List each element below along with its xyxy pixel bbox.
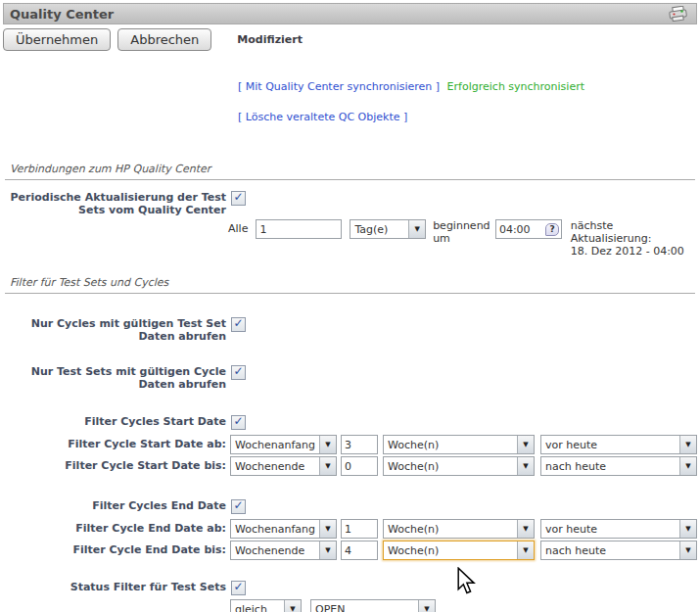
periodic-update-checkbox[interactable]: ✓ xyxy=(231,191,246,206)
end-date-to-row: Filter Cycle End Date bis: Wochenende ▼ … xyxy=(3,541,697,560)
end-from-unit-select[interactable]: Woche(n) ▼ xyxy=(383,519,535,539)
chevron-down-icon: ▼ xyxy=(284,600,301,612)
chevron-down-icon: ▼ xyxy=(679,520,696,538)
printer-icon[interactable] xyxy=(668,6,688,22)
start-from-anchor-select[interactable]: Wochenanfang ▼ xyxy=(230,435,337,454)
apply-button[interactable]: Übernehmen xyxy=(3,28,111,51)
check-icon: ✓ xyxy=(233,318,243,329)
fetch-testsets-label: Nur Test Sets mit gültigen Cycle Daten a… xyxy=(3,365,226,391)
start-to-unit-select[interactable]: Woche(n) ▼ xyxy=(383,456,535,476)
section-connections-title: Verbindungen zum HP Quality Center xyxy=(5,163,695,180)
fetch-option-row: Nur Cycles mit gültigen Test Set Daten a… xyxy=(3,317,697,343)
chevron-down-icon: ▼ xyxy=(679,436,696,453)
start-date-from-row: Filter Cycle Start Date ab: Wochenanfang… xyxy=(3,435,697,454)
end-from-amount-input[interactable] xyxy=(341,519,378,539)
start-from-amount-input[interactable] xyxy=(341,435,378,454)
next-update-label: nächste Aktualisierung: xyxy=(571,219,652,245)
interval-unit-select[interactable]: Tag(e) ▼ xyxy=(350,219,426,239)
sync-row: [ Mit Quality Center synchronisieren ] E… xyxy=(238,80,697,93)
sync-link[interactable]: [ Mit Quality Center synchronisieren ] xyxy=(238,80,440,93)
end-to-anchor-select[interactable]: Wochenende ▼ xyxy=(230,541,337,560)
start-to-relation-select[interactable]: nach heute ▼ xyxy=(540,456,697,476)
status-filter-checkbox[interactable]: ✓ xyxy=(231,581,246,595)
start-date-from-label: Filter Cycle Start Date ab: xyxy=(3,435,226,454)
status-value-select[interactable]: OPEN ▼ xyxy=(310,599,436,612)
next-update-value: 18. Dez 2012 - 04:00 xyxy=(571,245,684,258)
start-to-anchor-select[interactable]: Wochenende ▼ xyxy=(230,456,337,476)
every-label: Alle xyxy=(228,219,253,239)
fetch-testsets-checkbox[interactable]: ✓ xyxy=(231,365,246,380)
chevron-down-icon: ▼ xyxy=(679,541,696,559)
fetch-cycles-label: Nur Cycles mit gültigen Test Set Daten a… xyxy=(3,317,226,343)
status-operator-select[interactable]: gleich ▼ xyxy=(230,599,302,612)
status-filter-controls: gleich ▼ OPEN ▼ xyxy=(3,599,697,612)
status-filter-label: Status Filter für Test Sets xyxy=(3,581,226,593)
chevron-down-icon: ▼ xyxy=(319,436,336,453)
chevron-down-icon: ▼ xyxy=(679,457,696,475)
chevron-down-icon: ▼ xyxy=(517,457,534,475)
start-date-to-row: Filter Cycle Start Date bis: Wochenende … xyxy=(3,456,697,476)
end-to-amount-input[interactable] xyxy=(341,541,378,560)
end-date-to-label: Filter Cycle End Date bis: xyxy=(3,541,226,560)
chevron-down-icon: ▼ xyxy=(517,520,534,538)
end-date-toggle-label: Filter Cycles End Date xyxy=(3,499,226,512)
chevron-down-icon: ▼ xyxy=(517,541,534,559)
fetch-cycles-checkbox[interactable]: ✓ xyxy=(231,317,246,332)
start-time-value: 04:00 xyxy=(499,223,531,236)
end-to-relation-select[interactable]: nach heute ▼ xyxy=(540,541,697,560)
start-date-to-label: Filter Cycle Start Date bis: xyxy=(3,456,226,476)
start-time-field[interactable]: 04:00 ? xyxy=(495,219,562,239)
start-date-toggle-row: Filter Cycles Start Date ✓ xyxy=(3,415,697,430)
chevron-down-icon: ▼ xyxy=(319,457,336,475)
periodic-update-label: Periodische Aktualisierung der Test Sets… xyxy=(3,191,226,216)
end-from-relation-select[interactable]: vor heute ▼ xyxy=(540,519,697,539)
start-to-amount-input[interactable] xyxy=(341,456,378,476)
start-date-checkbox[interactable]: ✓ xyxy=(231,415,246,430)
end-date-from-row: Filter Cycle End Date ab: Wochenanfang ▼… xyxy=(3,519,697,539)
end-date-from-label: Filter Cycle End Date ab: xyxy=(3,519,226,539)
end-date-toggle-row: Filter Cycles End Date ✓ xyxy=(3,499,697,514)
chevron-down-icon: ▼ xyxy=(517,436,534,453)
end-from-anchor-select[interactable]: Wochenanfang ▼ xyxy=(230,519,337,539)
periodic-update-row: Periodische Aktualisierung der Test Sets… xyxy=(3,191,697,216)
check-icon: ✓ xyxy=(233,366,243,377)
chevron-down-icon: ▼ xyxy=(418,600,435,612)
end-to-unit-select[interactable]: Woche(n) ▼ xyxy=(383,541,535,560)
begin-time-label: beginnend um xyxy=(433,219,493,245)
next-update-info: nächste Aktualisierung: 18. Dez 2012 - 0… xyxy=(571,219,697,258)
page-title: Quality Center xyxy=(10,7,114,22)
cleanup-row: [ Lösche veraltete QC Objekte ] xyxy=(238,111,697,123)
check-icon: ✓ xyxy=(233,500,243,511)
section-filters-title: Filter für Test Sets und Cycles xyxy=(5,276,695,294)
check-icon: ✓ xyxy=(233,192,243,203)
fetch-option-row: Nur Test Sets mit gültigen Cycle Daten a… xyxy=(3,365,697,391)
modified-status: Modifiziert xyxy=(237,33,303,46)
titlebar: Quality Center xyxy=(3,3,697,24)
check-icon: ✓ xyxy=(233,416,243,427)
start-from-relation-select[interactable]: vor heute ▼ xyxy=(540,435,697,454)
help-bubble-icon[interactable]: ? xyxy=(545,223,558,236)
start-date-toggle-label: Filter Cycles Start Date xyxy=(3,415,226,428)
chevron-down-icon: ▼ xyxy=(408,220,425,238)
sync-success-message: Erfolgreich synchronisiert xyxy=(447,80,584,93)
chevron-down-icon: ▼ xyxy=(319,541,336,559)
quality-center-settings-page: Quality Center Übernehmen Abbrechen Modi… xyxy=(0,0,700,612)
toolbar: Übernehmen Abbrechen Modifiziert xyxy=(3,28,697,51)
chevron-down-icon: ▼ xyxy=(319,520,336,538)
cancel-button[interactable]: Abbrechen xyxy=(117,28,211,51)
check-icon: ✓ xyxy=(233,582,243,592)
start-from-unit-select[interactable]: Woche(n) ▼ xyxy=(383,435,535,454)
end-date-checkbox[interactable]: ✓ xyxy=(231,499,246,514)
status-filter-toggle-row: Status Filter für Test Sets ✓ xyxy=(3,581,697,595)
periodic-update-controls: Alle Tag(e) ▼ beginnend um 04:00 ? nächs… xyxy=(3,219,697,258)
interval-value-input[interactable] xyxy=(256,219,342,239)
cleanup-link[interactable]: [ Lösche veraltete QC Objekte ] xyxy=(238,111,407,123)
